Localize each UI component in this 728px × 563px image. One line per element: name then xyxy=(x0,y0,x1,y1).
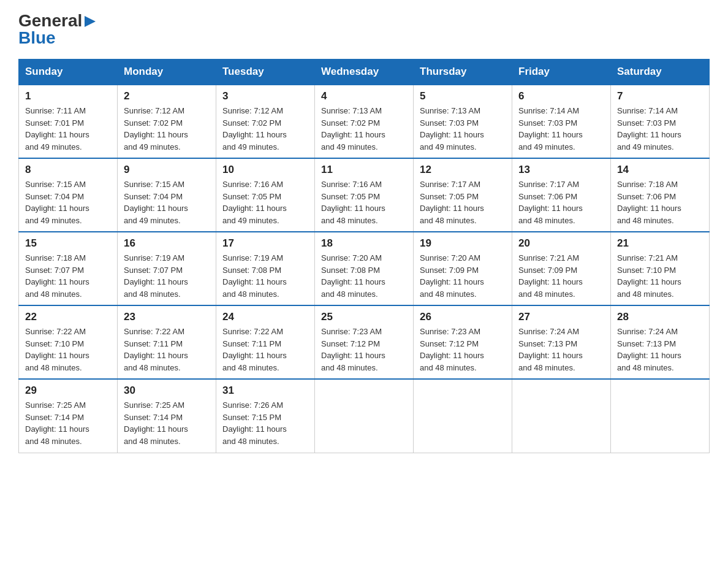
day-info: Sunrise: 7:21 AMSunset: 7:10 PMDaylight:… xyxy=(617,252,703,300)
day-number: 10 xyxy=(222,164,308,176)
calendar-cell: 1Sunrise: 7:11 AMSunset: 7:01 PMDaylight… xyxy=(19,85,118,158)
day-info: Sunrise: 7:20 AMSunset: 7:09 PMDaylight:… xyxy=(420,252,506,300)
day-info: Sunrise: 7:24 AMSunset: 7:13 PMDaylight:… xyxy=(518,326,604,373)
day-number: 7 xyxy=(617,90,703,102)
day-info: Sunrise: 7:20 AMSunset: 7:08 PMDaylight:… xyxy=(321,252,407,300)
calendar-cell: 25Sunrise: 7:23 AMSunset: 7:12 PMDayligh… xyxy=(315,305,414,379)
header-cell-saturday: Saturday xyxy=(611,59,710,85)
calendar-cell: 2Sunrise: 7:12 AMSunset: 7:02 PMDaylight… xyxy=(118,85,216,158)
day-info: Sunrise: 7:17 AMSunset: 7:06 PMDaylight:… xyxy=(518,178,604,226)
calendar-cell: 14Sunrise: 7:18 AMSunset: 7:06 PMDayligh… xyxy=(611,158,710,232)
header-row: SundayMondayTuesdayWednesdayThursdayFrid… xyxy=(19,59,710,85)
day-number: 3 xyxy=(222,90,308,102)
day-number: 22 xyxy=(25,311,111,323)
calendar-cell: 27Sunrise: 7:24 AMSunset: 7:13 PMDayligh… xyxy=(512,305,611,379)
day-number: 12 xyxy=(420,164,506,176)
day-info: Sunrise: 7:22 AMSunset: 7:10 PMDaylight:… xyxy=(25,326,111,373)
calendar-cell: 12Sunrise: 7:17 AMSunset: 7:05 PMDayligh… xyxy=(414,158,512,232)
day-info: Sunrise: 7:18 AMSunset: 7:06 PMDaylight:… xyxy=(617,178,703,226)
day-number: 25 xyxy=(321,311,407,323)
calendar-cell: 18Sunrise: 7:20 AMSunset: 7:08 PMDayligh… xyxy=(315,232,414,305)
day-number: 18 xyxy=(321,237,407,250)
day-number: 16 xyxy=(124,237,210,250)
day-info: Sunrise: 7:23 AMSunset: 7:12 PMDaylight:… xyxy=(420,326,506,373)
day-info: Sunrise: 7:12 AMSunset: 7:02 PMDaylight:… xyxy=(222,105,308,153)
day-number: 23 xyxy=(124,311,210,323)
calendar-cell: 21Sunrise: 7:21 AMSunset: 7:10 PMDayligh… xyxy=(611,232,710,305)
day-info: Sunrise: 7:24 AMSunset: 7:13 PMDaylight:… xyxy=(617,326,703,373)
svg-marker-0 xyxy=(85,16,96,27)
day-info: Sunrise: 7:22 AMSunset: 7:11 PMDaylight:… xyxy=(222,326,308,373)
day-number: 19 xyxy=(420,237,506,250)
day-info: Sunrise: 7:13 AMSunset: 7:03 PMDaylight:… xyxy=(420,105,506,153)
day-info: Sunrise: 7:17 AMSunset: 7:05 PMDaylight:… xyxy=(420,178,506,226)
week-row-4: 29Sunrise: 7:25 AMSunset: 7:14 PMDayligh… xyxy=(19,379,710,453)
calendar-cell: 5Sunrise: 7:13 AMSunset: 7:03 PMDaylight… xyxy=(414,85,512,158)
header-cell-friday: Friday xyxy=(512,59,611,85)
day-number: 17 xyxy=(222,237,308,250)
header-cell-monday: Monday xyxy=(118,59,216,85)
day-info: Sunrise: 7:22 AMSunset: 7:11 PMDaylight:… xyxy=(124,326,210,373)
day-number: 24 xyxy=(222,311,308,323)
day-info: Sunrise: 7:23 AMSunset: 7:12 PMDaylight:… xyxy=(321,326,407,373)
day-info: Sunrise: 7:12 AMSunset: 7:02 PMDaylight:… xyxy=(124,105,210,153)
calendar-cell: 23Sunrise: 7:22 AMSunset: 7:11 PMDayligh… xyxy=(118,305,216,379)
day-info: Sunrise: 7:19 AMSunset: 7:08 PMDaylight:… xyxy=(222,252,308,300)
day-number: 31 xyxy=(222,385,308,397)
day-number: 5 xyxy=(420,90,506,102)
day-number: 1 xyxy=(25,90,111,102)
calendar-cell: 30Sunrise: 7:25 AMSunset: 7:14 PMDayligh… xyxy=(118,379,216,453)
week-row-2: 15Sunrise: 7:18 AMSunset: 7:07 PMDayligh… xyxy=(19,232,710,305)
page-header: General Blue xyxy=(18,12,710,47)
day-number: 11 xyxy=(321,164,407,176)
calendar-cell: 17Sunrise: 7:19 AMSunset: 7:08 PMDayligh… xyxy=(216,232,315,305)
calendar-cell: 20Sunrise: 7:21 AMSunset: 7:09 PMDayligh… xyxy=(512,232,611,305)
calendar-cell: 22Sunrise: 7:22 AMSunset: 7:10 PMDayligh… xyxy=(19,305,118,379)
calendar-cell: 7Sunrise: 7:14 AMSunset: 7:03 PMDaylight… xyxy=(611,85,710,158)
day-info: Sunrise: 7:16 AMSunset: 7:05 PMDaylight:… xyxy=(222,178,308,226)
day-info: Sunrise: 7:18 AMSunset: 7:07 PMDaylight:… xyxy=(25,252,111,300)
day-number: 14 xyxy=(617,164,703,176)
calendar-body: 1Sunrise: 7:11 AMSunset: 7:01 PMDaylight… xyxy=(19,85,710,453)
day-number: 2 xyxy=(124,90,210,102)
calendar-cell: 10Sunrise: 7:16 AMSunset: 7:05 PMDayligh… xyxy=(216,158,315,232)
calendar-cell: 26Sunrise: 7:23 AMSunset: 7:12 PMDayligh… xyxy=(414,305,512,379)
day-number: 15 xyxy=(25,237,111,250)
calendar-cell: 4Sunrise: 7:13 AMSunset: 7:02 PMDaylight… xyxy=(315,85,414,158)
calendar-cell: 16Sunrise: 7:19 AMSunset: 7:07 PMDayligh… xyxy=(118,232,216,305)
calendar-cell: 31Sunrise: 7:26 AMSunset: 7:15 PMDayligh… xyxy=(216,379,315,453)
calendar-cell: 9Sunrise: 7:15 AMSunset: 7:04 PMDaylight… xyxy=(118,158,216,232)
header-cell-sunday: Sunday xyxy=(19,59,118,85)
calendar-cell: 6Sunrise: 7:14 AMSunset: 7:03 PMDaylight… xyxy=(512,85,611,158)
day-number: 29 xyxy=(25,385,111,397)
calendar-cell: 11Sunrise: 7:16 AMSunset: 7:05 PMDayligh… xyxy=(315,158,414,232)
day-number: 21 xyxy=(617,237,703,250)
calendar-cell xyxy=(315,379,414,453)
day-number: 28 xyxy=(617,311,703,323)
header-cell-wednesday: Wednesday xyxy=(315,59,414,85)
week-row-0: 1Sunrise: 7:11 AMSunset: 7:01 PMDaylight… xyxy=(19,85,710,158)
calendar-cell: 24Sunrise: 7:22 AMSunset: 7:11 PMDayligh… xyxy=(216,305,315,379)
calendar-header: SundayMondayTuesdayWednesdayThursdayFrid… xyxy=(19,59,710,85)
calendar-cell: 19Sunrise: 7:20 AMSunset: 7:09 PMDayligh… xyxy=(414,232,512,305)
day-info: Sunrise: 7:14 AMSunset: 7:03 PMDaylight:… xyxy=(518,105,604,153)
day-info: Sunrise: 7:13 AMSunset: 7:02 PMDaylight:… xyxy=(321,105,407,153)
logo-general-text: General xyxy=(18,12,82,29)
day-info: Sunrise: 7:19 AMSunset: 7:07 PMDaylight:… xyxy=(124,252,210,300)
week-row-3: 22Sunrise: 7:22 AMSunset: 7:10 PMDayligh… xyxy=(19,305,710,379)
day-number: 9 xyxy=(124,164,210,176)
day-number: 4 xyxy=(321,90,407,102)
day-info: Sunrise: 7:25 AMSunset: 7:14 PMDaylight:… xyxy=(25,399,111,447)
calendar-cell: 29Sunrise: 7:25 AMSunset: 7:14 PMDayligh… xyxy=(19,379,118,453)
day-info: Sunrise: 7:15 AMSunset: 7:04 PMDaylight:… xyxy=(124,178,210,226)
day-info: Sunrise: 7:16 AMSunset: 7:05 PMDaylight:… xyxy=(321,178,407,226)
day-info: Sunrise: 7:15 AMSunset: 7:04 PMDaylight:… xyxy=(25,178,111,226)
day-number: 6 xyxy=(518,90,604,102)
week-row-1: 8Sunrise: 7:15 AMSunset: 7:04 PMDaylight… xyxy=(19,158,710,232)
day-number: 27 xyxy=(518,311,604,323)
day-number: 20 xyxy=(518,237,604,250)
day-info: Sunrise: 7:26 AMSunset: 7:15 PMDaylight:… xyxy=(222,399,308,447)
header-cell-thursday: Thursday xyxy=(414,59,512,85)
header-cell-tuesday: Tuesday xyxy=(216,59,315,85)
logo-arrow-icon xyxy=(83,15,97,28)
